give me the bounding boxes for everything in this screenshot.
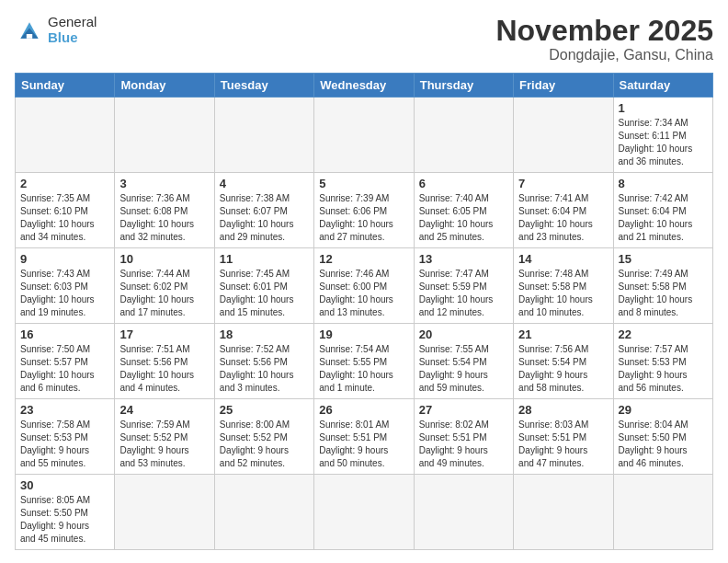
day-number: 15 [619,252,708,266]
weekday-header-row: SundayMondayTuesdayWednesdayThursdayFrid… [16,74,713,98]
calendar-cell [414,475,513,550]
calendar-cell [514,475,613,550]
day-number: 21 [518,327,608,341]
calendar-cell [214,475,313,550]
day-number: 26 [319,403,408,417]
calendar-cell: 22Sunrise: 7:57 AM Sunset: 5:53 PM Dayli… [613,324,712,399]
day-number: 23 [20,403,109,417]
day-info: Sunrise: 7:42 AM Sunset: 6:04 PM Dayligh… [619,192,708,244]
day-info: Sunrise: 7:44 AM Sunset: 6:02 PM Dayligh… [119,268,209,319]
calendar-cell: 23Sunrise: 7:58 AM Sunset: 5:53 PM Dayli… [16,399,115,475]
day-number: 1 [619,101,708,115]
day-info: Sunrise: 7:56 AM Sunset: 5:54 PM Dayligh… [518,343,608,395]
calendar-cell: 7Sunrise: 7:41 AM Sunset: 6:04 PM Daylig… [514,173,613,248]
calendar-week-row: 1Sunrise: 7:34 AM Sunset: 6:11 PM Daylig… [16,98,713,173]
calendar-week-row: 23Sunrise: 7:58 AM Sunset: 5:53 PM Dayli… [16,399,713,475]
day-info: Sunrise: 7:34 AM Sunset: 6:11 PM Dayligh… [619,117,708,168]
calendar-cell [115,98,214,173]
calendar-cell: 6Sunrise: 7:40 AM Sunset: 6:05 PM Daylig… [414,173,513,248]
calendar-cell: 11Sunrise: 7:45 AM Sunset: 6:01 PM Dayli… [214,248,313,324]
calendar-cell [514,98,613,173]
day-info: Sunrise: 8:05 AM Sunset: 5:50 PM Dayligh… [20,494,109,546]
calendar-cell [314,98,414,173]
day-number: 7 [518,177,608,190]
calendar-cell [115,475,214,550]
day-info: Sunrise: 8:00 AM Sunset: 5:52 PM Dayligh… [220,419,309,470]
calendar-week-row: 30Sunrise: 8:05 AM Sunset: 5:50 PM Dayli… [16,475,713,550]
weekday-header-friday: Friday [514,74,613,98]
calendar-cell: 4Sunrise: 7:38 AM Sunset: 6:07 PM Daylig… [214,173,313,248]
day-number: 28 [518,403,608,417]
day-info: Sunrise: 7:39 AM Sunset: 6:06 PM Dayligh… [319,192,408,244]
weekday-header-monday: Monday [115,74,214,98]
calendar-cell: 29Sunrise: 8:04 AM Sunset: 5:50 PM Dayli… [613,399,712,475]
logo: General Blue [15,15,97,45]
calendar-cell [314,475,414,550]
calendar-cell: 5Sunrise: 7:39 AM Sunset: 6:06 PM Daylig… [314,173,414,248]
calendar-cell: 8Sunrise: 7:42 AM Sunset: 6:04 PM Daylig… [613,173,712,248]
title-block: November 2025 Dongdajie, Gansu, China [495,15,713,63]
weekday-header-sunday: Sunday [16,74,115,98]
day-number: 5 [319,177,408,190]
day-number: 24 [119,403,209,417]
day-info: Sunrise: 7:41 AM Sunset: 6:04 PM Dayligh… [518,192,608,244]
day-info: Sunrise: 7:40 AM Sunset: 6:05 PM Dayligh… [419,192,508,244]
day-info: Sunrise: 7:49 AM Sunset: 5:58 PM Dayligh… [619,268,708,319]
calendar-cell: 20Sunrise: 7:55 AM Sunset: 5:54 PM Dayli… [414,324,513,399]
calendar-cell: 30Sunrise: 8:05 AM Sunset: 5:50 PM Dayli… [16,475,115,550]
day-number: 9 [20,252,109,266]
logo-icon [15,17,44,43]
calendar-cell [16,98,115,173]
location: Dongdajie, Gansu, China [495,47,713,63]
calendar-cell: 24Sunrise: 7:59 AM Sunset: 5:52 PM Dayli… [115,399,214,475]
day-number: 22 [619,327,708,341]
day-number: 6 [419,177,508,190]
calendar-table: SundayMondayTuesdayWednesdayThursdayFrid… [15,73,713,550]
day-number: 27 [419,403,508,417]
calendar-cell: 17Sunrise: 7:51 AM Sunset: 5:56 PM Dayli… [115,324,214,399]
day-info: Sunrise: 8:03 AM Sunset: 5:51 PM Dayligh… [518,419,608,470]
day-number: 8 [619,177,708,190]
day-number: 25 [220,403,309,417]
weekday-header-wednesday: Wednesday [314,74,414,98]
day-number: 29 [619,403,708,417]
calendar-cell: 12Sunrise: 7:46 AM Sunset: 6:00 PM Dayli… [314,248,414,324]
page-header: General Blue November 2025 Dongdajie, Ga… [15,15,713,63]
calendar-cell: 18Sunrise: 7:52 AM Sunset: 5:56 PM Dayli… [214,324,313,399]
logo-text: General Blue [48,15,97,45]
calendar-cell [613,475,712,550]
day-number: 2 [20,177,109,190]
weekday-header-saturday: Saturday [613,74,712,98]
calendar-cell: 26Sunrise: 8:01 AM Sunset: 5:51 PM Dayli… [314,399,414,475]
day-info: Sunrise: 8:02 AM Sunset: 5:51 PM Dayligh… [419,419,508,470]
day-info: Sunrise: 7:47 AM Sunset: 5:59 PM Dayligh… [419,268,508,319]
day-info: Sunrise: 7:51 AM Sunset: 5:56 PM Dayligh… [119,343,209,395]
svg-rect-2 [27,34,32,39]
day-number: 10 [119,252,209,266]
day-number: 4 [220,177,309,190]
calendar-cell: 1Sunrise: 7:34 AM Sunset: 6:11 PM Daylig… [613,98,712,173]
calendar-cell: 19Sunrise: 7:54 AM Sunset: 5:55 PM Dayli… [314,324,414,399]
calendar-week-row: 16Sunrise: 7:50 AM Sunset: 5:57 PM Dayli… [16,324,713,399]
calendar-cell: 27Sunrise: 8:02 AM Sunset: 5:51 PM Dayli… [414,399,513,475]
weekday-header-thursday: Thursday [414,74,513,98]
day-info: Sunrise: 7:35 AM Sunset: 6:10 PM Dayligh… [20,192,109,244]
calendar-cell: 16Sunrise: 7:50 AM Sunset: 5:57 PM Dayli… [16,324,115,399]
day-info: Sunrise: 7:43 AM Sunset: 6:03 PM Dayligh… [20,268,109,319]
calendar-cell: 28Sunrise: 8:03 AM Sunset: 5:51 PM Dayli… [514,399,613,475]
day-number: 11 [220,252,309,266]
calendar-week-row: 2Sunrise: 7:35 AM Sunset: 6:10 PM Daylig… [16,173,713,248]
day-number: 30 [20,478,109,492]
day-info: Sunrise: 7:48 AM Sunset: 5:58 PM Dayligh… [518,268,608,319]
day-info: Sunrise: 8:04 AM Sunset: 5:50 PM Dayligh… [619,419,708,470]
calendar-cell: 3Sunrise: 7:36 AM Sunset: 6:08 PM Daylig… [115,173,214,248]
day-info: Sunrise: 8:01 AM Sunset: 5:51 PM Dayligh… [319,419,408,470]
calendar-cell: 15Sunrise: 7:49 AM Sunset: 5:58 PM Dayli… [613,248,712,324]
calendar-cell: 14Sunrise: 7:48 AM Sunset: 5:58 PM Dayli… [514,248,613,324]
day-info: Sunrise: 7:58 AM Sunset: 5:53 PM Dayligh… [20,419,109,470]
day-number: 19 [319,327,408,341]
day-number: 17 [119,327,209,341]
day-number: 20 [419,327,508,341]
calendar-cell: 9Sunrise: 7:43 AM Sunset: 6:03 PM Daylig… [16,248,115,324]
day-info: Sunrise: 7:57 AM Sunset: 5:53 PM Dayligh… [619,343,708,395]
